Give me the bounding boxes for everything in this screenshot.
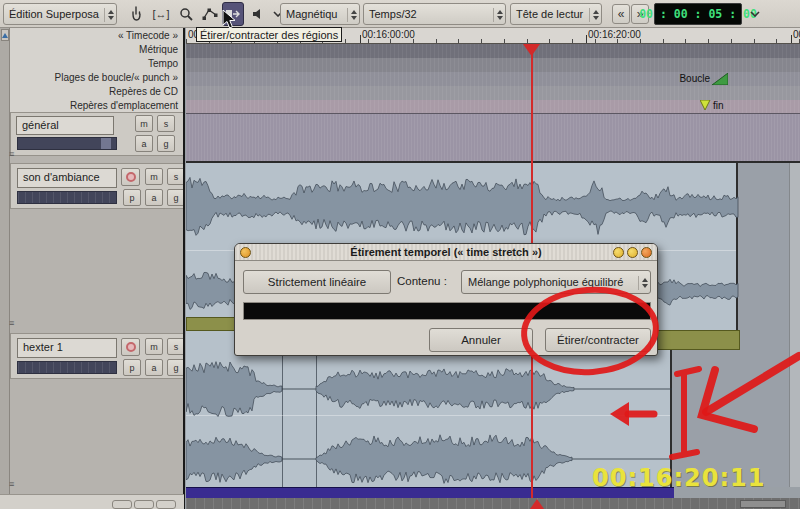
minimize-button[interactable] [613,247,624,258]
nudge-back-button[interactable]: « [612,4,630,24]
loop-range-marker-icon[interactable] [712,73,728,85]
track-resize-grip[interactable]: ≡ [9,480,22,488]
window-menu-icon[interactable] [240,247,251,258]
lane-cd-markers[interactable] [186,86,800,100]
track-name-field[interactable]: son d'ambiance [17,168,117,188]
zoom-control-button[interactable] [134,500,154,509]
mute-button[interactable]: m [135,115,153,132]
playhead-mode-label: Tête de lectur [516,8,583,20]
range-icon: [↔] [152,8,169,20]
automation-button[interactable]: a [145,359,163,376]
combo-spinner-icon [347,8,356,22]
combo-spinner-icon [104,8,113,22]
record-circle-icon [126,342,136,352]
olive-region-bar-right[interactable] [656,330,740,350]
dialog-title: Étirement temporel (« time stretch ») [350,246,541,258]
end-marker-icon[interactable] [700,100,711,111]
nudge-back-label: « [618,7,625,21]
transport-clock[interactable]: 00 : 00 : 05 : 00 [654,3,742,25]
content-type-combo[interactable]: Mélange polyphonique équilibré [461,270,651,294]
ruler-timecode-label: 00:16:40:00 [793,29,800,40]
stretch-confirm-button[interactable]: Étirer/contracter [545,328,651,352]
range-tool-button[interactable]: [↔] [149,4,173,24]
playlist-button[interactable]: p [123,359,141,376]
chevron-down-icon [750,11,760,17]
lane-location-markers[interactable]: fin [186,100,800,113]
lane-metrique[interactable] [186,44,800,58]
automation-draw-icon [202,7,218,21]
group-button[interactable]: g [157,135,175,152]
snap-unit-label: Temps/32 [369,8,417,20]
olive-region-bar-left[interactable] [186,317,238,331]
track-resize-grip[interactable]: ≡ [9,150,22,158]
solo-button[interactable]: s [157,115,175,132]
track-name-field[interactable]: général [16,116,114,135]
snap-unit-combo[interactable]: Temps/32 [363,3,506,25]
mute-button[interactable]: m [145,338,163,355]
header-canvas-divider [183,28,185,509]
master-track-region[interactable] [186,113,800,163]
playlist-button[interactable]: p [123,189,141,206]
bottom-left-bar [0,494,184,509]
track-name-field[interactable]: hexter 1 [17,338,117,358]
track-header-ambiance[interactable]: son d'ambiance m s p a g [10,163,184,209]
ruler-label-emplacement[interactable]: Repères d'emplacement [10,99,178,112]
tool-tooltip: Étirer/contracter des régions [196,27,342,42]
end-marker-label[interactable]: fin [713,100,724,111]
zoom-control-button[interactable] [156,500,176,509]
snap-mode-combo[interactable]: Magnétiqu [280,3,360,25]
mute-button[interactable]: m [145,168,163,185]
ruler-timecode-label: 00:16:00:00 [362,29,415,40]
track-header-general[interactable]: général m s a g [10,112,184,156]
ruler-label-boucle[interactable]: Plages de boucle/« punch » [10,71,178,84]
ruler-label-panel: « Timecode » Métrique Tempo Plages de bo… [10,28,184,113]
level-meter [17,191,117,204]
stretch-mode-toggle[interactable]: Strictement linéaire [243,270,391,294]
ardour-editor-window: Édition Superposa [↔] [0,0,800,509]
track-header-hexter[interactable]: hexter 1 m s p a g [10,333,184,379]
combo-spinner-icon [589,8,598,22]
audition-tool-button[interactable] [248,4,268,24]
ruler-label-timecode[interactable]: « Timecode » [10,29,178,42]
maximize-button[interactable] [627,247,638,258]
clock-options-button[interactable] [747,4,763,24]
close-button[interactable] [641,247,652,258]
progress-bar [243,302,651,320]
mouse-cursor-icon [222,10,238,30]
scroll-up-button[interactable] [1,29,9,41]
automation-button[interactable]: a [145,189,163,206]
level-meter [17,361,117,374]
lane-tempo[interactable] [186,58,800,72]
combo-spinner-icon [638,276,647,290]
zoom-control-button[interactable] [112,500,132,509]
track-resize-grip[interactable]: ≡ [9,319,22,327]
ruler-label-tempo[interactable]: Tempo [10,57,178,70]
playhead-mode-combo[interactable]: Tête de lectur [510,3,602,25]
clock-value: 00 : 00 : 05 : 00 [639,7,757,21]
timestamp-overlay: 00:16:20:11 [592,464,765,492]
loop-marker-label[interactable]: Boucle [679,73,710,84]
content-label: Contenu : [397,275,447,287]
cancel-button[interactable]: Annuler [429,328,533,352]
record-arm-button[interactable] [121,338,140,356]
zoom-tool-button[interactable] [176,4,196,24]
edit-mode-label: Édition Superposa [9,8,99,20]
ruler-label-cd[interactable]: Repères de CD [10,85,178,98]
automation-button[interactable]: a [135,135,153,152]
grab-tool-button[interactable] [126,4,146,24]
summary-playhead-icon [530,499,544,509]
playhead-marker-icon[interactable] [523,44,541,57]
dialog-titlebar[interactable]: Étirement temporel (« time stretch ») [235,244,657,261]
draw-tool-button[interactable] [199,4,221,24]
magnifier-icon [179,7,193,21]
snap-mode-label: Magnétiqu [286,8,337,20]
speaker-icon [251,7,265,21]
level-meter [17,137,117,150]
lane-loop-punch[interactable]: Boucle [186,72,800,86]
summary-pane[interactable] [186,498,800,509]
record-circle-icon [126,172,136,182]
record-arm-button[interactable] [121,168,140,186]
edit-mode-combo[interactable]: Édition Superposa [3,3,117,25]
summary-view-handle[interactable] [740,500,786,508]
ruler-label-metrique[interactable]: Métrique [10,43,178,56]
